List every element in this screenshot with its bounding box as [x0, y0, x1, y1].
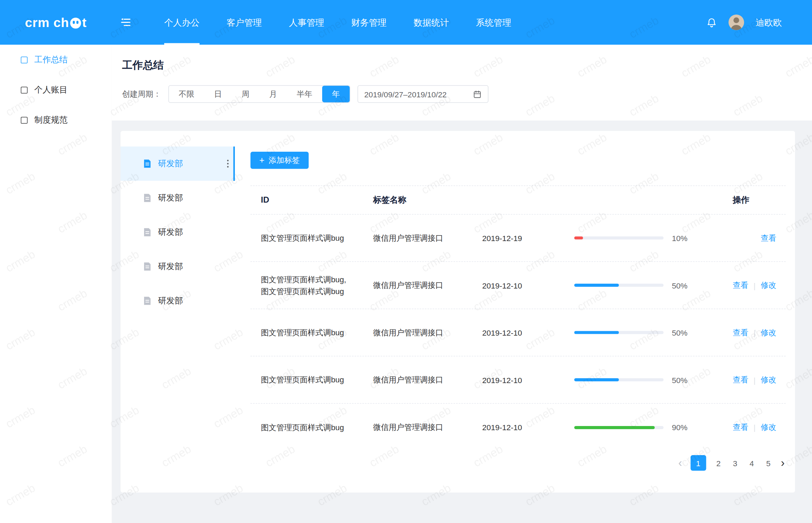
- table-row: 图文管理页面样式调bug 微信用户管理调接口 2019-12-10 90% 查看…: [250, 404, 786, 451]
- add-tag-label: 添加标签: [268, 156, 300, 166]
- content-card: 研发部 研发部 研发部: [121, 131, 795, 493]
- user-name[interactable]: 迪欧欧: [756, 16, 782, 28]
- table-row: 图文管理页面样式调bug, 图文管理页面样式调bug 微信用户管理调接口 201…: [250, 262, 786, 309]
- page-number-4[interactable]: 4: [748, 459, 756, 468]
- cell-progress: 50%: [574, 375, 691, 384]
- cell-date: 2019-12-19: [482, 233, 574, 242]
- sidebar-item-personal-account[interactable]: 个人账目: [0, 75, 112, 105]
- period-option-week[interactable]: 周: [232, 86, 259, 103]
- group-item-rd-dept[interactable]: 研发部: [121, 249, 235, 284]
- nav-item-finance-mgmt[interactable]: 财务管理: [338, 0, 400, 45]
- sidebar-item-rules[interactable]: 制度规范: [0, 105, 112, 135]
- main-nav: 个人办公 客户管理 人事管理 财务管理 数据统计 系统管理: [151, 0, 525, 45]
- group-item-rd-dept[interactable]: 研发部: [121, 284, 235, 318]
- nav-label: 客户管理: [227, 16, 262, 28]
- view-link[interactable]: 查看: [733, 328, 748, 338]
- edit-link[interactable]: 修改: [761, 328, 776, 338]
- period-option-halfyear[interactable]: 半年: [287, 86, 322, 103]
- nav-item-personal-office[interactable]: 个人办公: [151, 0, 213, 45]
- group-label: 研发部: [158, 158, 183, 169]
- progress-fill: [574, 426, 655, 429]
- cell-task-id: 图文管理页面样式调bug: [250, 421, 373, 433]
- progress-track: [574, 331, 664, 334]
- action-divider: |: [753, 328, 756, 337]
- progress-fill: [574, 378, 619, 381]
- sidebar-item-label: 制度规范: [34, 115, 68, 126]
- action-divider: |: [753, 423, 756, 432]
- progress-track: [574, 284, 664, 287]
- cell-actions: 查看: [691, 233, 786, 243]
- period-option-year[interactable]: 年: [322, 86, 350, 103]
- nav-item-system-mgmt[interactable]: 系统管理: [462, 0, 525, 45]
- page-header-band: 工作总结 创建周期： 不限 日 周 月 半年 年 2019/09/27–2019…: [112, 45, 812, 121]
- user-avatar[interactable]: [729, 15, 744, 30]
- group-item-rd-dept[interactable]: 研发部: [121, 215, 235, 249]
- table-header-row: ID 标签名称 操作: [250, 186, 786, 215]
- page-title: 工作总结: [122, 58, 164, 72]
- cell-tag-name: 微信用户管理调接口: [373, 375, 482, 385]
- progress-percent: 50%: [672, 375, 688, 384]
- period-option-day[interactable]: 日: [204, 86, 232, 103]
- page-number-3[interactable]: 3: [731, 459, 739, 468]
- date-range-input[interactable]: 2019/09/27–2019/10/22: [358, 85, 488, 103]
- document-icon: [143, 160, 151, 168]
- cell-progress: 50%: [574, 281, 691, 290]
- add-tag-button[interactable]: + 添加标签: [250, 152, 309, 169]
- view-link[interactable]: 查看: [733, 280, 748, 290]
- nav-label: 人事管理: [289, 16, 324, 28]
- next-page-icon[interactable]: ›: [781, 457, 785, 469]
- cell-tag-name: 微信用户管理调接口: [373, 423, 482, 433]
- bell-icon[interactable]: [706, 17, 717, 28]
- cell-actions: 查看 | 修改: [691, 375, 786, 385]
- nav-label: 财务管理: [351, 16, 387, 28]
- page-number-2[interactable]: 2: [714, 459, 723, 468]
- view-link[interactable]: 查看: [761, 233, 776, 243]
- page-number-1[interactable]: 1: [690, 455, 706, 471]
- cell-tag-name: 微信用户管理调接口: [373, 328, 482, 338]
- cell-tag-name: 微信用户管理调接口: [373, 280, 482, 290]
- prev-page-icon[interactable]: ‹: [678, 457, 682, 469]
- period-option-month[interactable]: 月: [259, 86, 287, 103]
- col-header-name: 标签名称: [373, 195, 482, 206]
- sidebar-item-label: 个人账目: [34, 85, 68, 96]
- group-item-rd-dept[interactable]: 研发部: [121, 181, 235, 215]
- group-label: 研发部: [158, 261, 183, 272]
- nav-item-data-stats[interactable]: 数据统计: [400, 0, 462, 45]
- more-options-icon[interactable]: [227, 160, 229, 168]
- col-header-id: ID: [250, 194, 373, 206]
- cell-date: 2019-12-10: [482, 375, 574, 384]
- nav-item-hr-mgmt[interactable]: 人事管理: [275, 0, 338, 45]
- progress-track: [574, 426, 664, 429]
- page-number-5[interactable]: 5: [764, 459, 773, 468]
- top-header: crm ch t 个人办公 客户管理 人事管理 财务管理 数据统计: [0, 0, 812, 45]
- progress-percent: 50%: [672, 281, 688, 290]
- group-item-rd-dept[interactable]: 研发部: [121, 147, 235, 181]
- view-link[interactable]: 查看: [733, 375, 748, 385]
- table-row: 图文管理页面样式调bug 微信用户管理调接口 2019-12-19 10% 查看: [250, 215, 786, 262]
- sidebar-item-work-summary[interactable]: 工作总结: [0, 45, 112, 75]
- progress-fill: [574, 284, 619, 287]
- progress-track: [574, 378, 664, 381]
- view-link[interactable]: 查看: [733, 423, 748, 433]
- progress-fill: [574, 237, 583, 240]
- doc-square-icon: [21, 87, 28, 94]
- edit-link[interactable]: 修改: [761, 423, 776, 433]
- app: crm ch t 个人办公 客户管理 人事管理 财务管理 数据统计: [0, 0, 812, 523]
- menu-fold-icon[interactable]: [120, 16, 133, 29]
- document-icon: [143, 228, 151, 237]
- logo-text-right: t: [82, 15, 87, 30]
- period-segmented-control: 不限 日 周 月 半年 年: [168, 85, 350, 103]
- edit-link[interactable]: 修改: [761, 280, 776, 290]
- period-option-unlimited[interactable]: 不限: [169, 86, 204, 103]
- progress-percent: 90%: [672, 423, 688, 432]
- group-label: 研发部: [158, 227, 183, 238]
- filter-row: 创建周期： 不限 日 周 月 半年 年 2019/09/27–2019/10/2…: [122, 85, 489, 103]
- cell-actions: 查看 | 修改: [691, 280, 786, 290]
- date-range-value: 2019/09/27–2019/10/22: [364, 90, 447, 99]
- nav-label: 数据统计: [414, 16, 449, 28]
- app-logo: crm ch t: [25, 15, 116, 30]
- edit-link[interactable]: 修改: [761, 375, 776, 385]
- filter-label: 创建周期：: [122, 89, 161, 99]
- cell-progress: 90%: [574, 423, 691, 432]
- nav-item-customer-mgmt[interactable]: 客户管理: [213, 0, 275, 45]
